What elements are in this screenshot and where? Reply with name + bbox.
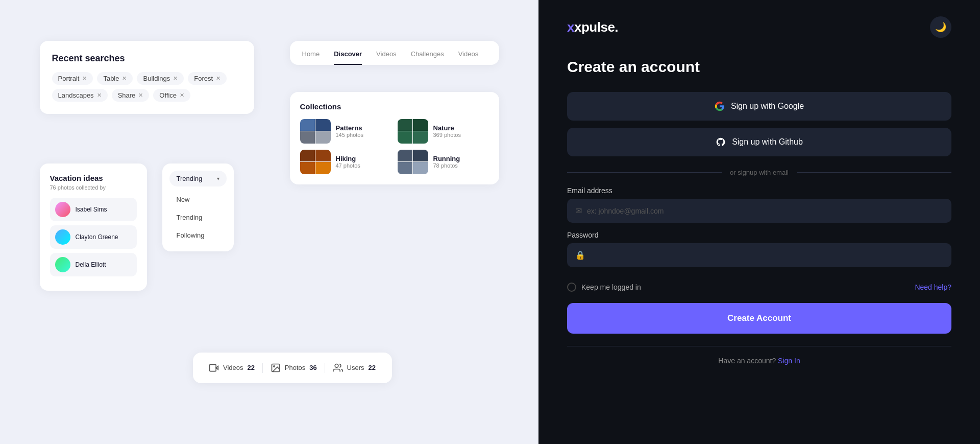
stat-photos-label: Photos [285, 364, 305, 371]
have-account-text: Have an account? [718, 357, 776, 365]
theme-toggle-button[interactable]: 🌙 [930, 16, 951, 38]
collections-title: Collections [300, 102, 489, 111]
tag-portrait[interactable]: Portrait ✕ [52, 72, 93, 85]
stats-widget: Videos 22 Photos 36 [193, 353, 392, 383]
collection-hiking[interactable]: Hiking 47 photos [300, 150, 391, 174]
user-item-della[interactable]: Della Elliott [50, 253, 137, 276]
recent-searches-title: Recent searches [52, 53, 242, 64]
svg-point-4 [335, 364, 338, 367]
collection-thumb-patterns [300, 119, 331, 144]
google-signup-label: Sign up with Google [731, 102, 804, 111]
widgets-container: Recent searches Portrait ✕ Table ✕ Build… [40, 31, 499, 414]
tags-row: Portrait ✕ Table ✕ Buildings ✕ Forest ✕ … [52, 72, 242, 102]
collection-running[interactable]: Running 78 photos [398, 150, 489, 174]
tab-home[interactable]: Home [302, 50, 320, 65]
email-group: Email address ✉ [567, 186, 951, 223]
tag-table[interactable]: Table ✕ [97, 72, 133, 85]
trending-widget: Trending ▾ New Trending Following [162, 163, 234, 251]
tag-landscapes[interactable]: Landscapes ✕ [52, 89, 108, 102]
moon-icon: 🌙 [935, 21, 946, 33]
email-input-wrapper: ✉ [567, 199, 951, 223]
keep-logged-checkbox[interactable] [567, 283, 576, 292]
signin-link[interactable]: Sign In [778, 357, 800, 365]
tab-discover[interactable]: Discover [334, 50, 362, 65]
tab-videos2[interactable]: Videos [458, 50, 479, 65]
user-item-isabel[interactable]: Isabel Sims [50, 198, 137, 221]
tab-videos[interactable]: Videos [376, 50, 397, 65]
divider-text: or signup with email [730, 169, 789, 176]
avatar-isabel [55, 202, 70, 217]
svg-point-3 [274, 365, 275, 367]
tag-buildings[interactable]: Buildings ✕ [137, 72, 184, 85]
avatar-della [55, 257, 70, 272]
tag-close-landscapes[interactable]: ✕ [97, 92, 102, 99]
trending-menu-new[interactable]: New [169, 191, 227, 208]
stat-users-label: Users [347, 364, 364, 371]
tag-forest[interactable]: Forest ✕ [188, 72, 227, 85]
tab-challenges[interactable]: Challenges [411, 50, 444, 65]
page-title: Create an account [567, 58, 951, 76]
users-icon [333, 363, 343, 373]
user-item-clayton[interactable]: Clayton Greene [50, 225, 137, 249]
options-row: Keep me logged in Need help? [567, 283, 951, 292]
nav-tabs: Home Discover Videos Challenges Videos [302, 50, 487, 65]
divider-left [567, 172, 722, 173]
vacation-widget: Vacation ideas 76 photos collected by Is… [40, 163, 147, 291]
email-icon: ✉ [575, 206, 582, 216]
google-signup-button[interactable]: Sign up with Google [567, 92, 951, 121]
keep-logged-label[interactable]: Keep me logged in [567, 283, 641, 292]
tag-close-forest[interactable]: ✕ [216, 75, 220, 82]
collection-thumb-hiking [300, 150, 331, 174]
divider-right [797, 172, 951, 173]
user-name-clayton: Clayton Greene [76, 233, 118, 241]
video-icon [209, 363, 219, 373]
tag-close-portrait[interactable]: ✕ [82, 75, 87, 82]
user-name-isabel: Isabel Sims [76, 206, 107, 213]
collection-thumb-running [398, 150, 428, 174]
email-label: Email address [567, 186, 951, 195]
bottom-divider [567, 346, 951, 346]
avatar-clayton [55, 229, 70, 245]
stat-users-count: 22 [369, 364, 376, 371]
trending-dropdown-button[interactable]: Trending ▾ [169, 171, 227, 186]
github-signup-label: Sign up with Github [732, 137, 803, 147]
google-icon [715, 101, 725, 111]
collection-patterns[interactable]: Patterns 145 photos [300, 119, 391, 144]
keep-logged-text: Keep me logged in [581, 283, 641, 291]
need-help-link[interactable]: Need help? [915, 283, 951, 291]
chevron-down-icon: ▾ [217, 176, 219, 181]
svg-rect-0 [210, 364, 216, 371]
trending-menu-trending[interactable]: Trending [169, 208, 227, 226]
nav-widget: Home Discover Videos Challenges Videos [290, 41, 499, 65]
left-panel: Recent searches Portrait ✕ Table ✕ Build… [0, 0, 538, 444]
collections-widget: Collections Patterns 145 photos [290, 92, 499, 184]
vacation-title: Vacation ideas [50, 174, 137, 182]
photo-icon [271, 363, 281, 373]
stat-videos-count: 22 [247, 364, 254, 371]
tag-close-share[interactable]: ✕ [138, 92, 143, 99]
vacation-subtitle: 76 photos collected by [50, 184, 137, 191]
tag-share[interactable]: Share ✕ [112, 89, 150, 102]
tag-close-buildings[interactable]: ✕ [173, 75, 178, 82]
stat-photos-count: 36 [309, 364, 316, 371]
create-account-button[interactable]: Create Account [567, 303, 951, 334]
password-input-wrapper: 🔒 [567, 243, 951, 267]
password-input[interactable] [591, 251, 943, 260]
trending-menu-following[interactable]: Following [169, 226, 227, 244]
tag-close-office[interactable]: ✕ [180, 92, 184, 99]
tag-close-table[interactable]: ✕ [122, 75, 127, 82]
trending-label: Trending [177, 175, 203, 182]
logo-bar: xxpulse. 🌙 [567, 16, 951, 38]
recent-searches-widget: Recent searches Portrait ✕ Table ✕ Build… [40, 41, 254, 114]
email-input[interactable] [587, 207, 943, 215]
stat-photos: Photos 36 [271, 363, 317, 373]
tag-office[interactable]: Office ✕ [153, 89, 190, 102]
stat-videos-label: Videos [223, 364, 243, 371]
lock-icon: 🔒 [575, 250, 585, 260]
right-panel: xxpulse. 🌙 Create an account Sign up wit… [538, 0, 980, 444]
collection-thumb-nature [398, 119, 428, 144]
collection-nature[interactable]: Nature 369 photos [398, 119, 489, 144]
signin-row: Have an account? Sign In [567, 357, 951, 365]
password-group: Password 🔒 [567, 231, 951, 267]
github-signup-button[interactable]: Sign up with Github [567, 128, 951, 156]
